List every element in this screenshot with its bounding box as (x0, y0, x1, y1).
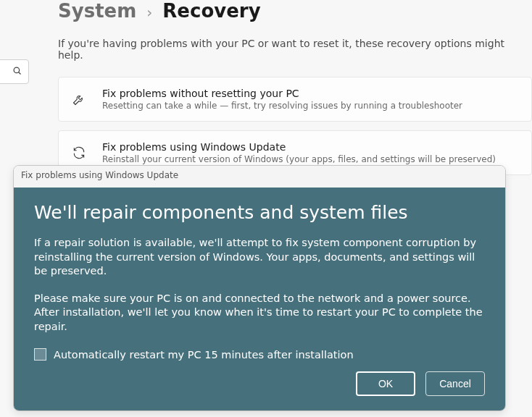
dialog-paragraph: If a repair solution is available, we'll… (34, 236, 485, 279)
svg-point-0 (14, 67, 20, 73)
wrench-icon (72, 92, 86, 106)
breadcrumb-root[interactable]: System (58, 0, 136, 22)
card-sub: Resetting can take a while — first, try … (102, 101, 462, 111)
dialog-titlebar: Fix problems using Windows Update (14, 166, 505, 188)
search-icon (12, 65, 22, 79)
recovery-card-troubleshooter[interactable]: Fix problems without resetting your PC R… (58, 77, 532, 122)
ok-button[interactable]: OK (356, 371, 415, 396)
dialog-paragraph: Please make sure your PC is on and conne… (34, 292, 485, 334)
card-title: Fix problems using Windows Update (102, 141, 496, 153)
chevron-right-icon: › (146, 1, 152, 21)
card-title: Fix problems without resetting your PC (102, 88, 462, 99)
checkbox-box-icon (34, 348, 46, 361)
page-subheader: If you're having problems with your PC o… (58, 38, 532, 61)
search-input[interactable] (0, 59, 29, 84)
dialog-heading: We'll repair components and system files (34, 202, 485, 223)
refresh-icon (72, 146, 86, 160)
cancel-button[interactable]: Cancel (425, 371, 485, 396)
card-sub: Reinstall your current version of Window… (102, 154, 496, 164)
auto-restart-checkbox[interactable]: Automatically restart my PC 15 minutes a… (34, 348, 485, 361)
repair-dialog: Fix problems using Windows Update We'll … (13, 165, 506, 411)
breadcrumb-leaf: Recovery (162, 0, 260, 22)
breadcrumb: System › Recovery (58, 0, 261, 22)
checkbox-label: Automatically restart my PC 15 minutes a… (54, 349, 354, 361)
svg-line-1 (19, 72, 21, 74)
